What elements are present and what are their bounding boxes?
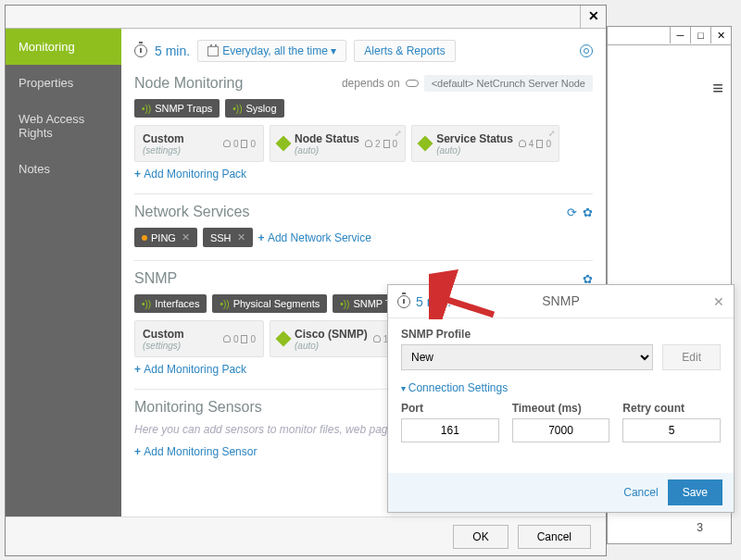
sidebar-item-web-access-rights[interactable]: Web Access Rights	[6, 101, 121, 151]
dialog-footer: OK Cancel	[6, 516, 606, 555]
popup-save-button[interactable]: Save	[668, 479, 722, 505]
add-network-service-link[interactable]: Add Network Service	[258, 231, 371, 244]
port-label: Port	[401, 402, 499, 415]
gear-icon[interactable]: ✿	[583, 205, 593, 219]
popup-header: 5 min. SNMP ✕	[388, 285, 734, 318]
bg-close-button[interactable]: ✕	[710, 27, 731, 44]
connection-settings-grid: Port Timeout (ms) Retry count	[401, 402, 721, 442]
alerts-reports-button[interactable]: Alerts & Reports	[354, 40, 455, 62]
tag-physical-segments[interactable]: •))Physical Segments	[212, 294, 327, 313]
sidebar-item-notes[interactable]: Notes	[6, 151, 121, 187]
snmp-profile-select[interactable]: New	[401, 344, 653, 370]
remove-icon[interactable]: ✕	[237, 231, 245, 243]
bell-icon	[373, 335, 381, 342]
tag-snmp-traps[interactable]: •))SNMP Traps	[134, 99, 220, 118]
bell-icon	[223, 335, 231, 342]
sidebar-item-monitoring[interactable]: Monitoring	[6, 29, 121, 65]
pack-custom[interactable]: Custom(settings) 0 0	[134, 125, 264, 162]
snmp-profile-label: SNMP Profile	[401, 328, 721, 341]
bg-maximize-button[interactable]: □	[690, 27, 710, 44]
depends-on-value[interactable]: <default> NetCrunch Server Node	[424, 75, 593, 92]
cube-icon	[276, 331, 292, 347]
pack-node-status[interactable]: Node Status(auto) 2 0 ⤢	[270, 125, 406, 162]
signal-icon: •))	[220, 299, 229, 309]
add-monitoring-pack-link[interactable]: Add Monitoring Pack	[134, 168, 593, 180]
pack-custom-snmp[interactable]: Custom(settings) 0 0	[134, 320, 264, 357]
cancel-button[interactable]: Cancel	[518, 525, 591, 549]
network-services-tags: PING✕ SSH✕ Add Network Service	[134, 228, 593, 247]
expand-icon[interactable]: ⤢	[395, 129, 402, 138]
signal-icon: •))	[142, 299, 151, 309]
page-number: 3	[697, 521, 703, 534]
depends-on-label: depends on	[342, 77, 400, 90]
expand-icon[interactable]: ⤢	[548, 129, 556, 138]
node-monitoring-packs: Custom(settings) 0 0 Node Status(auto) 2…	[134, 125, 593, 162]
calendar-icon	[207, 46, 219, 56]
cube-icon	[276, 136, 292, 152]
bg-title-controls: ─ □ ✕	[608, 27, 731, 45]
popup-interval[interactable]: 5 min.	[416, 294, 451, 309]
popup-cancel-link[interactable]: Cancel	[623, 486, 658, 499]
connection-settings-toggle[interactable]: Connection Settings	[401, 381, 721, 394]
schedule-button[interactable]: Everyday, all the time ▾	[197, 40, 346, 62]
popup-close-button[interactable]: ✕	[713, 294, 724, 309]
doc-icon	[536, 140, 543, 148]
signal-icon: •))	[232, 104, 242, 114]
status-dot-icon	[142, 235, 147, 241]
monitoring-interval[interactable]: 5 min.	[155, 44, 190, 58]
remove-icon[interactable]: ✕	[182, 231, 190, 243]
retry-count-input[interactable]	[622, 418, 721, 442]
tag-ping[interactable]: PING✕	[134, 228, 197, 247]
target-icon[interactable]	[580, 44, 593, 57]
port-input[interactable]	[401, 418, 499, 442]
network-services-title: Network Services	[134, 204, 249, 220]
network-services-header: Network Services ⟳ ✿	[134, 204, 593, 220]
node-monitoring-tags: •))SNMP Traps •))Syslog	[134, 99, 593, 118]
stopwatch-icon	[134, 44, 147, 57]
edit-profile-button[interactable]: Edit	[662, 344, 721, 370]
retry-count-label: Retry count	[622, 402, 721, 415]
sidebar-item-properties[interactable]: Properties	[6, 65, 121, 101]
dialog-close-button[interactable]: ✕	[580, 6, 606, 29]
link-icon	[406, 80, 419, 87]
doc-icon	[241, 335, 247, 343]
stopwatch-icon	[397, 295, 410, 308]
pack-service-status[interactable]: Service Status(auto) 4 0 ⤢	[411, 125, 559, 162]
node-monitoring-title: Node Monitoring	[134, 75, 243, 92]
ok-button[interactable]: OK	[453, 525, 508, 549]
bell-icon	[365, 140, 372, 147]
popup-footer: Cancel Save	[388, 473, 734, 512]
snmp-popup: 5 min. SNMP ✕ SNMP Profile New Edit Conn…	[387, 284, 735, 513]
doc-icon	[241, 140, 247, 148]
timeout-label: Timeout (ms)	[512, 402, 610, 415]
node-monitoring-header: Node Monitoring depends on <default> Net…	[134, 75, 593, 92]
bell-icon	[223, 140, 231, 147]
hamburger-icon[interactable]: ≡	[712, 78, 723, 99]
timeout-input[interactable]	[512, 418, 610, 442]
tag-interfaces[interactable]: •))Interfaces	[134, 294, 207, 313]
signal-icon: •))	[142, 104, 151, 114]
refresh-icon[interactable]: ⟳	[567, 205, 577, 219]
sensors-title: Monitoring Sensors	[134, 399, 262, 416]
tag-syslog[interactable]: •))Syslog	[225, 99, 283, 118]
signal-icon: •))	[340, 299, 349, 309]
dialog-titlebar: ✕	[6, 6, 606, 29]
bg-minimize-button[interactable]: ─	[670, 27, 690, 44]
cube-icon	[418, 136, 433, 152]
top-row: 5 min. Everyday, all the time ▾ Alerts &…	[134, 40, 593, 62]
tag-ssh[interactable]: SSH✕	[203, 228, 253, 247]
bell-icon	[519, 140, 526, 147]
dialog-sidebar: Monitoring Properties Web Access Rights …	[6, 29, 121, 516]
doc-icon	[383, 140, 390, 148]
snmp-title: SNMP	[134, 270, 177, 287]
